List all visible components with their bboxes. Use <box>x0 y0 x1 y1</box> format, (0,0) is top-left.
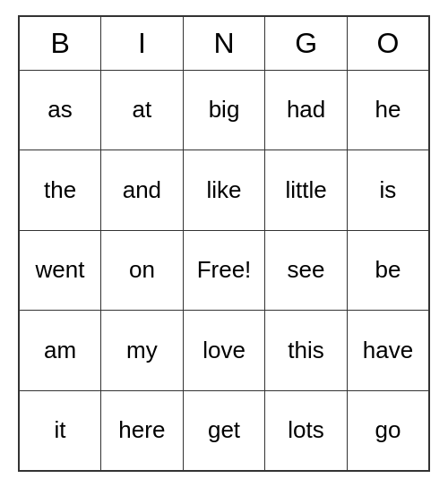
cell-1-1: and <box>101 150 184 231</box>
cell-3-1: my <box>101 311 184 391</box>
header-i: I <box>101 16 184 70</box>
cell-3-0: am <box>19 311 101 391</box>
cell-0-3: had <box>265 70 348 150</box>
cell-2-0: went <box>19 230 101 311</box>
cell-4-2: get <box>183 390 265 471</box>
cell-4-4: go <box>347 390 429 471</box>
cell-2-2: Free! <box>183 230 265 311</box>
table-row: it here get lots go <box>19 390 429 471</box>
bingo-card: B I N G O as at big had he the and like … <box>18 15 430 472</box>
header-g: G <box>265 16 348 70</box>
header-o: O <box>347 16 429 70</box>
table-row: the and like little is <box>19 150 429 231</box>
cell-1-0: the <box>19 150 101 231</box>
cell-1-2: like <box>183 150 265 231</box>
cell-4-0: it <box>19 390 101 471</box>
table-row: went on Free! see be <box>19 230 429 311</box>
cell-4-3: lots <box>265 390 348 471</box>
cell-1-4: is <box>347 150 429 231</box>
table-row: as at big had he <box>19 70 429 150</box>
cell-0-0: as <box>19 70 101 150</box>
cell-0-2: big <box>183 70 265 150</box>
cell-0-1: at <box>101 70 184 150</box>
cell-2-3: see <box>265 230 348 311</box>
header-n: N <box>183 16 265 70</box>
cell-3-4: have <box>347 311 429 391</box>
cell-4-1: here <box>101 390 184 471</box>
header-b: B <box>19 16 101 70</box>
cell-2-1: on <box>101 230 184 311</box>
table-row: am my love this have <box>19 311 429 391</box>
cell-3-3: this <box>265 311 348 391</box>
cell-0-4: he <box>347 70 429 150</box>
header-row: B I N G O <box>19 16 429 70</box>
cell-3-2: love <box>183 311 265 391</box>
cell-2-4: be <box>347 230 429 311</box>
cell-1-3: little <box>265 150 348 231</box>
